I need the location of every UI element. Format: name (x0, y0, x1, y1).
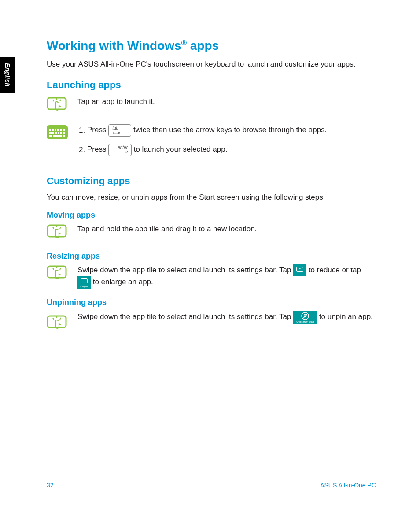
intro-text: Use your ASUS All-in-One PC's touchscree… (47, 59, 376, 70)
unpinning-text: Swipe down the app tile to select and la… (77, 311, 376, 324)
step-2: Press enter↵ to launch your selected app… (87, 144, 376, 156)
touch-icon (47, 96, 77, 115)
svg-rect-4 (55, 129, 56, 131)
svg-rect-5 (57, 129, 59, 131)
page-footer: 32 ASUS All-in-One PC (47, 482, 376, 489)
registered-mark: ® (181, 39, 187, 47)
section-launching: Launching apps Tap an app to launch it. (47, 79, 376, 163)
touch-icon (47, 223, 77, 243)
svg-rect-16 (63, 135, 65, 137)
page-number: 32 (47, 482, 54, 489)
svg-rect-8 (49, 132, 52, 134)
svg-rect-10 (55, 132, 57, 134)
step-1: Press tab⇤⇥ twice then use the arrow key… (87, 124, 376, 137)
unpin-tile-icon: Unpin from Start (293, 311, 317, 324)
heading-resizing: Resizing apps (47, 252, 376, 261)
enter-key-icon: enter↵ (108, 144, 132, 156)
touch-icon (47, 264, 77, 284)
row-resizing: Swipe down the app tile to select and la… (47, 264, 376, 290)
row-moving: Tap and hold the app tile and drag it to… (47, 223, 376, 243)
svg-rect-14 (49, 135, 52, 137)
svg-rect-9 (52, 132, 54, 134)
row-launching-touch: Tap an app to launch it. (47, 96, 376, 115)
heading-unpinning: Unpinning apps (47, 298, 376, 307)
smaller-tile-icon (293, 264, 306, 276)
page-title: Working with Windows® apps (47, 39, 376, 53)
language-tab-label: English (4, 63, 11, 87)
heading-customizing: Customizing apps (47, 175, 376, 187)
svg-rect-3 (52, 129, 54, 131)
row-launching-keyboard: Press tab⇤⇥ twice then use the arrow key… (47, 124, 376, 163)
page-content: Working with Windows® apps Use your ASUS… (0, 0, 420, 368)
product-name: ASUS All-in-One PC (320, 482, 376, 489)
resizing-text: Swipe down the app tile to select and la… (77, 264, 376, 290)
svg-rect-12 (60, 132, 62, 134)
heading-moving: Moving apps (47, 211, 376, 220)
keyboard-icon (47, 124, 77, 141)
larger-tile-icon: Larger (77, 276, 91, 289)
moving-text: Tap and hold the app tile and drag it to… (77, 223, 376, 235)
heading-launching: Launching apps (47, 79, 376, 91)
customizing-intro: You can move, resize, or unpin apps from… (47, 192, 376, 203)
svg-rect-11 (58, 132, 59, 134)
svg-rect-6 (60, 129, 62, 131)
launching-touch-text: Tap an app to launch it. (77, 96, 376, 108)
svg-rect-2 (49, 129, 51, 131)
language-tab: English (0, 57, 15, 93)
row-unpinning: Swipe down the app tile to select and la… (47, 311, 376, 334)
section-customizing: Customizing apps You can move, resize, o… (47, 175, 376, 334)
launching-keyboard-steps: Press tab⇤⇥ twice then use the arrow key… (77, 124, 376, 163)
svg-rect-15 (53, 135, 62, 137)
svg-rect-7 (63, 129, 65, 131)
svg-rect-13 (63, 132, 65, 134)
tab-key-icon: tab⇤⇥ (108, 124, 131, 137)
touch-icon (47, 311, 77, 334)
